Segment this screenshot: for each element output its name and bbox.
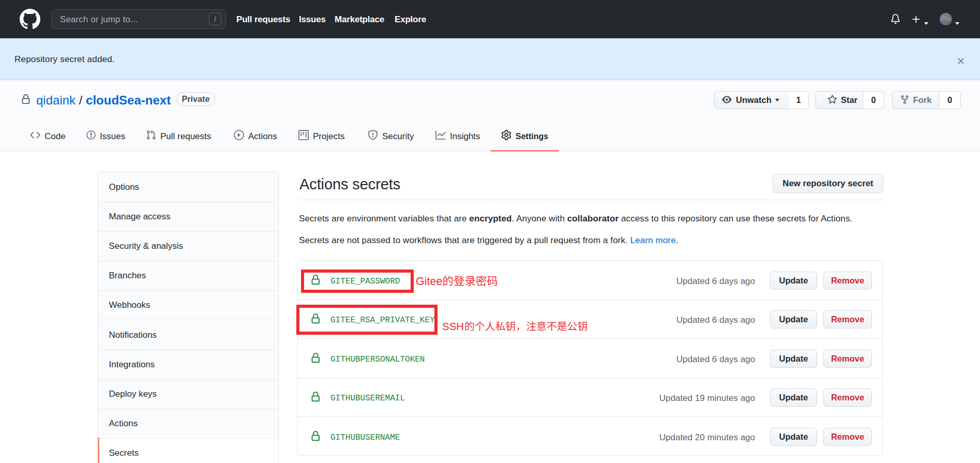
svg-text:Gitee: Gitee [416,275,442,288]
svg-text:SSH: SSH [442,320,464,332]
